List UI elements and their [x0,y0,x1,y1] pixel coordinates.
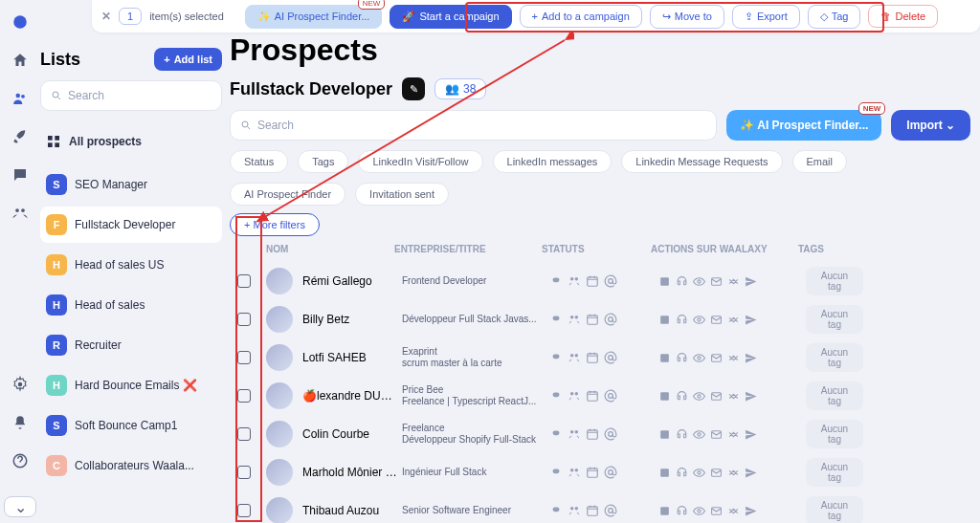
tag-placeholder[interactable]: Aucun tag [806,420,863,448]
tag-placeholder[interactable]: Aucun tag [806,381,863,410]
prospect-name[interactable]: Lotfi SAHEB [302,351,398,364]
selection-text: item(s) selected [149,11,224,22]
list-badge: H [46,254,67,275]
sidebar-item-6[interactable]: SSoft Bounce Camp1 [40,407,222,444]
collapse-button[interactable]: ⌄ [4,496,36,517]
all-prospects[interactable]: All prospects [40,126,222,157]
svg-point-58 [609,509,613,513]
prospect-name[interactable]: Rémi Gallego [302,274,398,288]
tag-placeholder[interactable]: Aucun tag [806,305,863,334]
sidebar-item-label: Recruiter [75,338,122,352]
tag-placeholder[interactable]: Aucun tag [806,267,863,295]
svg-point-0 [13,15,27,29]
avatar [266,497,293,523]
svg-rect-52 [660,469,669,477]
help-icon[interactable] [11,452,29,469]
add-to-campaign-button[interactable]: + Add to a campaign [520,5,642,28]
svg-point-4 [21,208,25,212]
row-checkbox[interactable] [237,274,251,288]
sidebar-item-label: Fullstack Developer [75,218,175,231]
svg-point-2 [21,95,25,98]
ai-finder-button[interactable]: ✨ AI Prospect Finder...NEW [245,5,383,29]
row-checkbox[interactable] [237,313,251,326]
prospect-name[interactable]: Marhold Mônier ✋ [302,466,398,479]
sidebar-item-2[interactable]: HHead of sales US [40,247,222,283]
filter-chip-6[interactable]: AI Prospect Finder [230,183,345,206]
sidebar-item-4[interactable]: RRecruiter [40,327,222,363]
lists-panel: Lists + Add list Search All prospects SS… [40,48,222,484]
action-icons [658,505,802,517]
ai-prospect-finder-button[interactable]: ✨ AI Prospect Finder...NEW [726,110,881,141]
sidebar-search[interactable]: Search [40,80,222,111]
list-badge: H [46,375,67,396]
prospect-title: FreelanceDéveloppeur Shopify Full-Stack [402,423,546,446]
filter-chip-2[interactable]: LinkedIn Visit/Follow [358,150,482,173]
svg-point-16 [609,279,613,284]
prospect-name[interactable]: Thibaud Auzou [302,504,398,517]
prospect-name[interactable]: Billy Betz [302,313,398,326]
svg-point-55 [570,507,574,511]
svg-rect-8 [48,136,53,141]
row-checkbox[interactable] [237,351,251,364]
delete-button[interactable]: 🗑 Delete [868,5,938,28]
action-icons [658,352,802,364]
avatar [266,268,293,294]
table-row: Colin CourbeFreelanceDéveloppeur Shopify… [230,415,970,453]
filter-chip-4[interactable]: Linkedin Message Requests [621,150,782,173]
prospect-title: Price BeeFreelance | Typescript ReactJ..… [402,384,546,407]
bell-icon[interactable] [11,414,29,431]
filter-chip-1[interactable]: Tags [298,150,348,173]
sidebar-item-7[interactable]: CCollaborateurs Waala... [40,447,222,484]
close-icon[interactable]: ✕ [101,10,111,23]
main-search[interactable]: Search [230,110,717,141]
prospect-name[interactable]: Colin Courbe [302,427,398,441]
tag-placeholder[interactable]: Aucun tag [806,458,863,487]
sidebar-item-0[interactable]: SSEO Manager [40,166,222,203]
export-button[interactable]: ⇪ Export [732,5,800,29]
chat-icon[interactable] [11,166,29,184]
sidebar-item-1[interactable]: FFullstack Developer [40,207,222,243]
sidebar-item-5[interactable]: HHard Bounce Emails ❌ [40,367,222,403]
filter-chip-5[interactable]: Email [792,150,848,173]
filter-chip-0[interactable]: Status [230,150,288,173]
status-icons [549,427,655,441]
svg-point-35 [575,392,579,396]
svg-point-1 [16,94,21,98]
svg-point-49 [575,469,579,472]
row-checkbox[interactable] [237,466,251,479]
row-checkbox[interactable] [237,427,251,441]
list-badge: C [46,455,67,476]
row-checkbox[interactable] [237,504,251,517]
tag-button[interactable]: ◇ Tag [808,5,861,29]
import-button[interactable]: Import ⌄ [891,110,970,141]
tag-placeholder[interactable]: Aucun tag [806,496,863,523]
users-icon[interactable] [11,90,29,107]
prospect-name[interactable]: 🍎lexandre DUBAR [302,389,398,403]
gear-icon[interactable] [11,376,29,393]
edit-button[interactable]: ✎ [402,77,425,100]
table-row: Billy BetzDéveloppeur Full Stack Javas..… [230,300,970,338]
col-statuts: STATUTS [542,244,647,254]
svg-rect-45 [660,430,669,439]
sidebar-item-3[interactable]: HHead of sales [40,287,222,323]
move-to-button[interactable]: ↪ Move to [650,5,724,29]
list-badge: F [46,214,67,235]
tag-placeholder[interactable]: Aucun tag [806,343,863,372]
sidebar-item-label: Soft Bounce Camp1 [75,419,177,432]
svg-point-3 [15,208,19,212]
filter-chip-7[interactable]: Invitation sent [355,183,449,206]
list-name: Fullstack Developer [230,79,392,99]
filter-chip-3[interactable]: LinkedIn messages [493,150,612,173]
home-icon[interactable] [11,52,29,69]
more-filters-button[interactable]: + More filters [230,213,320,236]
svg-point-14 [575,277,579,281]
team-icon[interactable] [11,205,29,222]
add-list-button[interactable]: + Add list [154,48,222,71]
start-campaign-button[interactable]: 🚀 Start a campaign [390,5,511,29]
svg-rect-57 [588,507,598,515]
col-tags: TAGS [798,244,856,254]
row-checkbox[interactable] [237,389,251,403]
svg-point-27 [570,354,574,358]
rocket-icon[interactable] [11,128,29,145]
sidebar-item-label: Head of sales US [75,258,164,272]
